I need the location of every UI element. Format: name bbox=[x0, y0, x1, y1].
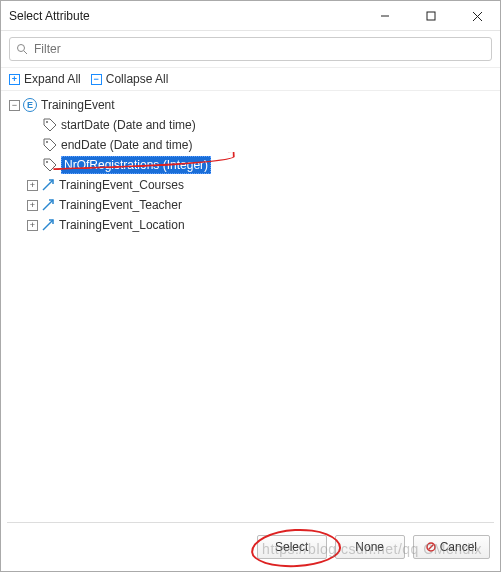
expand-toggle[interactable]: + bbox=[27, 200, 38, 211]
tree-node-association[interactable]: + TrainingEvent_Courses bbox=[5, 175, 496, 195]
svg-line-10 bbox=[43, 200, 53, 210]
svg-line-13 bbox=[428, 545, 433, 550]
collapse-toggle[interactable]: − bbox=[9, 100, 20, 111]
tree-node-attribute-selected[interactable]: NrOfRegistrations (Integer) bbox=[5, 155, 496, 175]
plus-icon: + bbox=[9, 74, 20, 85]
expand-all-label: Expand All bbox=[24, 72, 81, 86]
tree-area: − E TrainingEvent startDate (Date and ti… bbox=[1, 91, 500, 521]
svg-line-5 bbox=[24, 51, 27, 54]
tree-node-association[interactable]: + TrainingEvent_Location bbox=[5, 215, 496, 235]
expand-toggle[interactable]: + bbox=[27, 220, 38, 231]
expand-toggle[interactable]: + bbox=[27, 180, 38, 191]
tree-node-entity[interactable]: − E TrainingEvent bbox=[5, 95, 496, 115]
expand-all-button[interactable]: + Expand All bbox=[9, 72, 81, 86]
tag-icon bbox=[43, 118, 57, 132]
tag-icon bbox=[43, 138, 57, 152]
association-label: TrainingEvent_Courses bbox=[59, 178, 184, 192]
svg-line-11 bbox=[43, 220, 53, 230]
tag-icon bbox=[43, 158, 57, 172]
filter-box[interactable] bbox=[9, 37, 492, 61]
title-bar: Select Attribute bbox=[1, 1, 500, 31]
filter-input[interactable] bbox=[32, 41, 485, 57]
tree-node-association[interactable]: + TrainingEvent_Teacher bbox=[5, 195, 496, 215]
select-button-label: Select bbox=[275, 540, 308, 554]
close-button[interactable] bbox=[454, 1, 500, 31]
search-icon bbox=[16, 43, 28, 55]
window-title: Select Attribute bbox=[9, 9, 362, 23]
svg-point-8 bbox=[46, 161, 48, 163]
select-button[interactable]: Select bbox=[257, 535, 327, 559]
svg-point-6 bbox=[46, 121, 48, 123]
tree-node-attribute[interactable]: startDate (Date and time) bbox=[5, 115, 496, 135]
cancel-button-label: Cancel bbox=[440, 540, 477, 554]
entity-label: TrainingEvent bbox=[41, 98, 115, 112]
association-icon bbox=[41, 218, 55, 232]
cancel-icon bbox=[426, 542, 436, 552]
tree-node-attribute[interactable]: endDate (Date and time) bbox=[5, 135, 496, 155]
filter-row bbox=[1, 31, 500, 68]
entity-icon: E bbox=[23, 98, 37, 112]
attribute-label: endDate (Date and time) bbox=[61, 138, 192, 152]
svg-point-7 bbox=[46, 141, 48, 143]
minimize-button[interactable] bbox=[362, 1, 408, 31]
toolbar-row: + Expand All − Collapse All bbox=[1, 68, 500, 91]
none-button[interactable]: None bbox=[335, 535, 405, 559]
minus-icon: − bbox=[91, 74, 102, 85]
none-button-label: None bbox=[355, 540, 384, 554]
svg-rect-1 bbox=[427, 12, 435, 20]
collapse-all-label: Collapse All bbox=[106, 72, 169, 86]
association-label: TrainingEvent_Teacher bbox=[59, 198, 182, 212]
association-icon bbox=[41, 178, 55, 192]
separator bbox=[7, 522, 494, 523]
svg-line-9 bbox=[43, 180, 53, 190]
collapse-all-button[interactable]: − Collapse All bbox=[91, 72, 169, 86]
association-label: TrainingEvent_Location bbox=[59, 218, 185, 232]
maximize-button[interactable] bbox=[408, 1, 454, 31]
attribute-label-selected: NrOfRegistrations (Integer) bbox=[61, 156, 211, 174]
association-icon bbox=[41, 198, 55, 212]
svg-point-4 bbox=[18, 45, 25, 52]
cancel-button[interactable]: Cancel bbox=[413, 535, 490, 559]
button-row: Select None Cancel bbox=[257, 535, 490, 559]
window-controls bbox=[362, 1, 500, 30]
attribute-label: startDate (Date and time) bbox=[61, 118, 196, 132]
